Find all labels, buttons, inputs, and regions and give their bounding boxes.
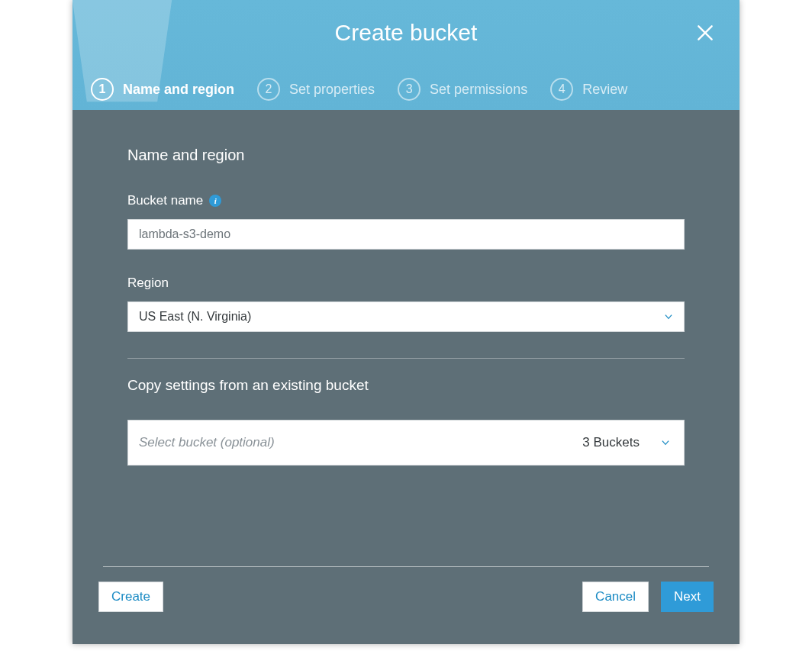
info-icon[interactable]: i	[209, 195, 221, 207]
step-number: 2	[257, 78, 280, 101]
step-set-permissions[interactable]: 3 Set permissions	[398, 78, 527, 101]
step-number: 3	[398, 78, 420, 101]
modal-title: Create bucket	[72, 20, 740, 46]
create-bucket-modal: Create bucket 1 Name and region 2 Set pr…	[72, 0, 740, 644]
footer-button-row: Create Cancel Next	[98, 582, 714, 612]
modal-header: Create bucket 1 Name and region 2 Set pr…	[72, 0, 740, 110]
create-button-label: Create	[111, 589, 150, 604]
step-number: 4	[550, 78, 573, 101]
modal-body: Name and region Bucket name i Region US …	[72, 110, 740, 560]
modal-footer: Create Cancel Next	[72, 560, 740, 644]
bucket-name-label: Bucket name	[127, 193, 203, 208]
step-name-and-region[interactable]: 1 Name and region	[91, 78, 234, 101]
divider	[127, 358, 685, 359]
copy-settings-select[interactable]: Select bucket (optional) 3 Buckets	[127, 420, 685, 466]
step-label: Name and region	[123, 82, 234, 98]
next-button-label: Next	[674, 589, 701, 604]
step-label: Set permissions	[430, 82, 527, 98]
copy-settings-placeholder: Select bucket (optional)	[139, 435, 275, 450]
cancel-button-label: Cancel	[595, 589, 636, 604]
region-selected-value: US East (N. Virginia)	[139, 310, 251, 324]
bucket-name-input[interactable]	[127, 219, 685, 250]
step-label: Set properties	[289, 82, 375, 98]
footer-divider	[103, 566, 709, 567]
step-set-properties[interactable]: 2 Set properties	[257, 78, 375, 101]
close-icon	[695, 23, 715, 43]
step-review[interactable]: 4 Review	[550, 78, 627, 101]
next-button[interactable]: Next	[661, 582, 714, 612]
copy-settings-title: Copy settings from an existing bucket	[127, 377, 685, 394]
step-label: Review	[582, 82, 627, 98]
bucket-name-label-row: Bucket name i	[127, 193, 685, 208]
cancel-button[interactable]: Cancel	[582, 582, 649, 612]
region-select[interactable]: US East (N. Virginia)	[127, 301, 685, 332]
step-number: 1	[91, 78, 114, 101]
region-label: Region	[127, 276, 685, 291]
wizard-stepper: 1 Name and region 2 Set properties 3 Set…	[91, 78, 721, 101]
copy-settings-count: 3 Buckets	[582, 435, 640, 450]
close-button[interactable]	[695, 23, 718, 46]
create-button[interactable]: Create	[98, 582, 163, 612]
section-title: Name and region	[127, 147, 685, 164]
